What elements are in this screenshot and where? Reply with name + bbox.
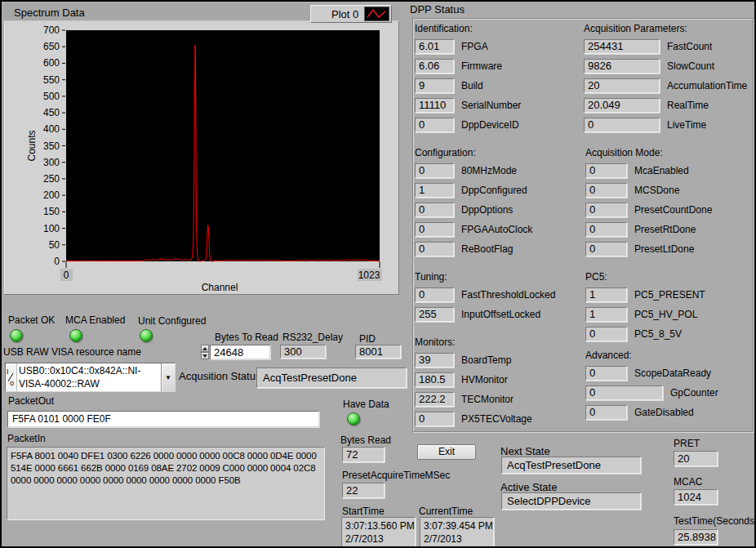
dpp-field-row: 254431FastCount <box>584 39 747 54</box>
tuning-title: Tuning: <box>415 271 555 283</box>
svg-text:I: I <box>7 368 9 376</box>
next-state-field: AcqTestPresetDone <box>501 457 641 474</box>
mcsdone-value-box: 0 <box>585 183 627 198</box>
bytes-to-read-spinner[interactable] <box>201 345 209 359</box>
acquisition-status-field: AcqTestPresetDone <box>256 368 407 388</box>
dppconfigured-label: DppConfigured <box>461 185 527 196</box>
dpp-section-identification: Identification:6.01FPGA6.06Firmware9Buil… <box>415 23 521 137</box>
dpp-field-row: 0PresetRtDone <box>585 222 712 237</box>
increment-icon[interactable] <box>201 345 209 352</box>
pret-label: PRET <box>674 438 700 449</box>
rebootflag-value-box: 0 <box>415 242 454 256</box>
start-time-value: 3:07:13.560 PM <box>345 519 415 532</box>
dpp-status-title: DPP Status <box>410 3 465 16</box>
have-data-led <box>347 412 360 425</box>
visa-dropdown-arrow-icon[interactable]: ▼ <box>161 363 175 391</box>
dppoptions-label: DppOptions <box>461 204 513 216</box>
dppdeviceid-value-box: 0 <box>415 118 454 132</box>
dppdeviceid-label: DppDeviceID <box>461 119 519 131</box>
bytes-to-read-field[interactable]: 24648 <box>210 345 270 359</box>
packet-in-label: PacketIn <box>7 433 46 444</box>
dpp-field-row: 0FPGAAutoClock <box>415 222 532 237</box>
mcaenabled-label: McaEnabled <box>634 165 689 176</box>
start-date-value: 2/7/2013 <box>345 532 415 546</box>
pid-field: 8001 <box>355 345 401 359</box>
dpp-section-advanced: Advanced:0ScopeDataReady0GpCounter0GateD… <box>585 350 718 425</box>
visa-resource-combo[interactable]: Io USB0::0x10C4::0x842A::NI-VISA-40002::… <box>5 363 176 392</box>
bytes-read-label: Bytes Read <box>340 434 391 446</box>
dpp-field-row: 0PC5_8_5V <box>585 327 705 341</box>
mcac-label: MCAC <box>674 476 702 488</box>
dpp-field-row: 0FastThresholdLocked <box>415 287 555 302</box>
dpp-field-row: 180.5HVMonitor <box>415 372 532 387</box>
scopedataready-label: ScopeDataReady <box>634 368 711 379</box>
dpp-field-row: 222.2TECMonitor <box>415 392 532 407</box>
pc5_hv_pol-label: PC5_HV_POL <box>634 309 697 320</box>
pret-field: 20 <box>674 451 718 466</box>
dpp-section-monitors: Monitors:39BoardTemp180.5HVMonitor222.2T… <box>415 336 532 431</box>
acquisition_parameters-title: Acquisition Parameters: <box>584 23 747 34</box>
svg-text:Channel: Channel <box>202 282 238 293</box>
slowcount-value-box: 9826 <box>584 59 660 74</box>
active-state-field: SelectDPPDevice <box>501 492 641 510</box>
svg-text:450: 450 <box>43 107 60 118</box>
80mhzmode-value-box: 0 <box>415 163 454 178</box>
dpp-field-row: 1PC5_HV_POL <box>585 307 705 322</box>
gatedisabled-value-box: 0 <box>585 405 627 420</box>
spectrum-chart: 0501001502002503003504004505005506006507… <box>4 4 399 294</box>
svg-text:700: 700 <box>43 25 60 36</box>
svg-text:600: 600 <box>43 57 60 69</box>
firmware-value-box: 6.06 <box>415 59 454 74</box>
pc5_8_5v-label: PC5_8_5V <box>634 328 682 340</box>
tecmonitor-label: TECMonitor <box>461 394 514 405</box>
dpp-section-acquisition-mode: Acquisition Mode:0McaEnabled0MCSDone0Pre… <box>585 147 712 261</box>
exit-button[interactable]: Exit <box>417 444 476 460</box>
current-time-value: 3:07:39.454 PM <box>424 519 493 532</box>
active-state-label: Active State <box>500 481 557 493</box>
identification-title: Identification: <box>415 23 521 34</box>
px5tecvoltage-label: PX5TECVoltage <box>461 413 532 425</box>
dpp-field-row: 0MCSDone <box>585 183 712 198</box>
unit-configured-label: Unit Configured <box>138 315 206 327</box>
dpp-field-row: 0DppDeviceID <box>415 118 521 132</box>
bytes-read-field: 72 <box>342 447 385 462</box>
svg-text:150: 150 <box>43 206 60 217</box>
scopedataready-value-box: 0 <box>585 366 627 381</box>
serialnumber-label: SerialNumber <box>461 100 521 111</box>
test-time-field: 25.8938 <box>674 529 718 545</box>
realtime-value-box: 20.049 <box>584 98 660 113</box>
dpp-field-row: 0McaEnabled <box>585 163 712 178</box>
rs232-delay-label: RS232_Delay <box>282 332 343 343</box>
visa-resource-value[interactable]: USB0::0x10C4::0x842A::NI-VISA-40002::RAW <box>17 363 161 391</box>
start-time-label: StartTime <box>342 506 385 517</box>
svg-text:650: 650 <box>43 41 60 52</box>
svg-text:350: 350 <box>43 140 60 152</box>
preset-acquire-time-field: 22 <box>342 483 385 498</box>
bytes-to-read-label: Bytes To Read <box>215 332 278 343</box>
dpp-field-row: 0PX5TECVoltage <box>415 412 532 426</box>
svg-text:200: 200 <box>43 189 60 201</box>
svg-text:Counts: Counts <box>26 130 38 161</box>
presetltdone-label: PresetLtDone <box>634 243 694 255</box>
serialnumber-value-box: 11110 <box>415 98 454 113</box>
dppoptions-value-box: 0 <box>415 203 454 217</box>
plot-legend[interactable]: Plot 0 <box>310 5 392 23</box>
livetime-value-box: 0 <box>584 118 660 132</box>
mcaenabled-value-box: 0 <box>585 163 627 178</box>
fastcount-label: FastCount <box>667 41 712 52</box>
packet-out-field[interactable]: F5FA 0101 0000 FE0F <box>7 411 319 427</box>
dpp-section-pc5: PC5:1PC5_PRESENT1PC5_HV_POL0PC5_8_5V <box>585 271 705 346</box>
decrement-icon[interactable] <box>201 352 209 359</box>
dpp-field-row: 20AccumulationTime <box>584 78 747 93</box>
dpp-field-row: 0LiveTime <box>584 118 747 132</box>
rebootflag-label: ReBootFlag <box>461 243 513 255</box>
unit-configured-led <box>140 329 153 342</box>
dpp-field-row: 6.06Firmware <box>415 59 521 74</box>
dpp-field-row: 6.01FPGA <box>415 39 521 54</box>
packet-in-field: F5FA 8001 0040 DFE1 0300 6226 0000 0000 … <box>7 447 325 520</box>
packet-ok-led <box>10 329 23 342</box>
build-label: Build <box>461 80 483 91</box>
dpp-field-row: 0GpCounter <box>585 385 718 400</box>
mca-enabled-label: MCA Enabled <box>65 314 125 326</box>
spectrum-panel: Spectrum Data 05010015020025030035040045… <box>4 4 399 295</box>
